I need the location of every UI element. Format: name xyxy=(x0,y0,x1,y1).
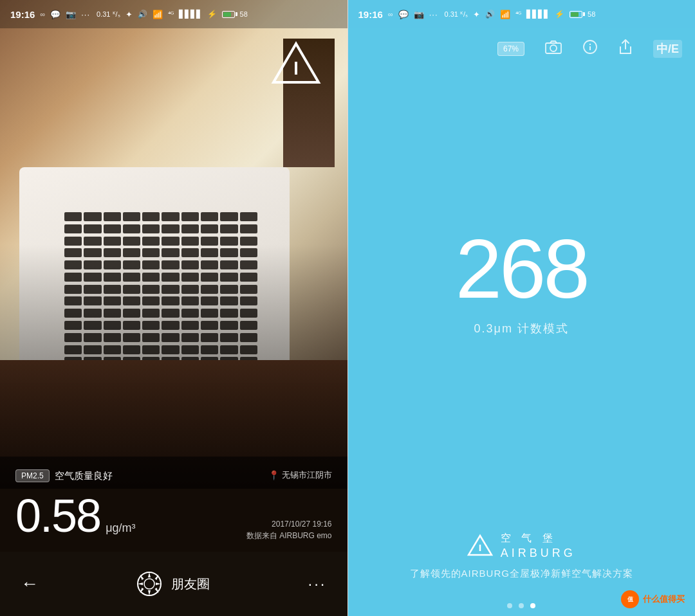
speed-indicator-r: 0.31 ᴷ/ₛ xyxy=(445,10,468,19)
battery-indicator xyxy=(222,11,235,18)
bluetooth-icon-r: ✦ xyxy=(473,10,480,19)
pengyouquan-label[interactable]: 朋友圈 xyxy=(171,575,210,593)
data-source-text: 数据来自 AIRBURG emo xyxy=(246,530,332,541)
pm-tag: PM2.5 xyxy=(15,469,50,482)
particle-count: 268 xyxy=(456,227,588,311)
brand-section: 空 气 堡 AIRBURG 了解领先的AIRBURG全屋极净新鲜空气解决方案 xyxy=(348,532,696,593)
signal-bars: ▋▋▋▋ xyxy=(179,10,202,19)
camera-shutter-icon[interactable] xyxy=(136,571,162,597)
back-button[interactable]: ← xyxy=(21,574,39,594)
toolbar-center: 朋友圈 xyxy=(136,571,210,597)
camera-photo xyxy=(0,0,348,489)
status-time-right: 19:16 xyxy=(358,9,383,20)
photo-icon-status: 📷 xyxy=(66,10,76,19)
wifi-icon-r: 📶 xyxy=(500,10,510,19)
status-bar-left: 19:16 ∞ 💬 📷 ··· 0.31 ᴷ/ₛ ✦ 🔊 📶 ⁴ᴳ ▋▋▋▋ ⚡… xyxy=(0,0,348,28)
chat-icon-r: 💬 xyxy=(398,10,409,19)
location-pin-icon: 📍 xyxy=(268,470,279,480)
bottom-toolbar: ← 朋友圈 ··· xyxy=(0,552,348,616)
translate-icon[interactable]: 中/E xyxy=(653,40,682,58)
triangle-logo-photo xyxy=(270,39,322,90)
4g-label-r: ⁴ᴳ xyxy=(515,10,521,19)
volume-icon: 🔊 xyxy=(138,10,147,19)
watermark-text: 什么值得买 xyxy=(643,593,685,605)
svg-point-3 xyxy=(144,579,154,589)
dot-3-active xyxy=(530,603,535,608)
photo-overlay xyxy=(0,244,348,489)
info-icon[interactable] xyxy=(582,39,598,59)
status-time-left: 19:16 xyxy=(10,9,35,20)
brand-tagline: 了解领先的AIRBURG全屋极净新鲜空气解决方案 xyxy=(410,568,633,580)
photo-icon-status-r: 📷 xyxy=(414,10,424,19)
speed-indicator: 0.31 ᴷ/ₛ xyxy=(97,10,120,19)
pm-value: 0.58 xyxy=(15,493,100,539)
reading-unit: 0.3μm 计数模式 xyxy=(474,321,569,336)
chat-icon: 💬 xyxy=(50,10,60,19)
dots-status: ··· xyxy=(81,10,90,19)
status-icons-left: ∞ xyxy=(40,10,45,18)
share-icon[interactable] xyxy=(618,39,633,59)
pm-badge-row: PM2.5 空气质量良好 xyxy=(15,469,113,482)
more-button[interactable]: ··· xyxy=(308,575,326,593)
signal-bars-r: ▋▋▋▋ xyxy=(526,10,550,19)
watermark: 值 什么值得买 xyxy=(621,590,685,608)
volume-icon-r: 🔊 xyxy=(485,10,495,19)
brand-logo-row: 空 气 堡 AIRBURG xyxy=(467,532,576,560)
brand-english-name: AIRBURG xyxy=(501,547,576,560)
dots-status-r: ··· xyxy=(429,10,438,19)
toolbar-right: 67% 中/E xyxy=(348,28,696,69)
data-source-row: 2017/10/27 19:16 数据来自 AIRBURG emo xyxy=(246,518,332,541)
dot-2 xyxy=(519,603,524,608)
dot-1 xyxy=(507,603,512,608)
lightning-icon-r: ⚡ xyxy=(555,10,564,19)
battery-pct-r: 58 xyxy=(588,10,595,18)
main-reading-area: 268 0.3μm 计数模式 xyxy=(348,69,696,532)
timestamp-text: 2017/10/27 19:16 xyxy=(272,518,331,530)
4g-label: ⁴ᴳ xyxy=(168,10,174,19)
pm-data-overlay: 📍 无锡市江阴市 PM2.5 空气质量良好 0.58 μg/m³ 2017/10… xyxy=(0,457,348,552)
battery-badge: 67% xyxy=(497,42,524,56)
bluetooth-icon: ✦ xyxy=(125,10,133,19)
svg-point-8 xyxy=(589,44,591,45)
battery-indicator-r xyxy=(570,11,582,18)
battery-pct: 58 xyxy=(240,10,248,18)
air-quality-label: 空气质量良好 xyxy=(55,470,113,482)
location-text: 无锡市江阴市 xyxy=(282,469,332,481)
airburg-logo-icon xyxy=(467,533,493,559)
camera-icon[interactable] xyxy=(545,40,562,58)
watermark-logo-icon: 值 xyxy=(621,590,639,608)
status-icons-right: ∞ xyxy=(388,10,393,18)
pm-unit: μg/m³ xyxy=(106,521,135,535)
right-panel: 19:16 ∞ 💬 📷 ··· 0.31 ᴷ/ₛ ✦ 🔊 📶 ⁴ᴳ ▋▋▋▋ ⚡… xyxy=(348,0,696,616)
brand-chinese-name: 空 气 堡 xyxy=(501,532,576,545)
wifi-icon: 📶 xyxy=(153,10,163,19)
lightning-icon: ⚡ xyxy=(207,10,217,19)
svg-point-5 xyxy=(550,45,557,51)
location-row: 📍 无锡市江阴市 xyxy=(268,469,332,481)
left-panel: 19:16 ∞ 💬 📷 ··· 0.31 ᴷ/ₛ ✦ 🔊 📶 ⁴ᴳ ▋▋▋▋ ⚡… xyxy=(0,0,348,616)
status-bar-right: 19:16 ∞ 💬 📷 ··· 0.31 ᴷ/ₛ ✦ 🔊 📶 ⁴ᴳ ▋▋▋▋ ⚡… xyxy=(348,0,696,28)
